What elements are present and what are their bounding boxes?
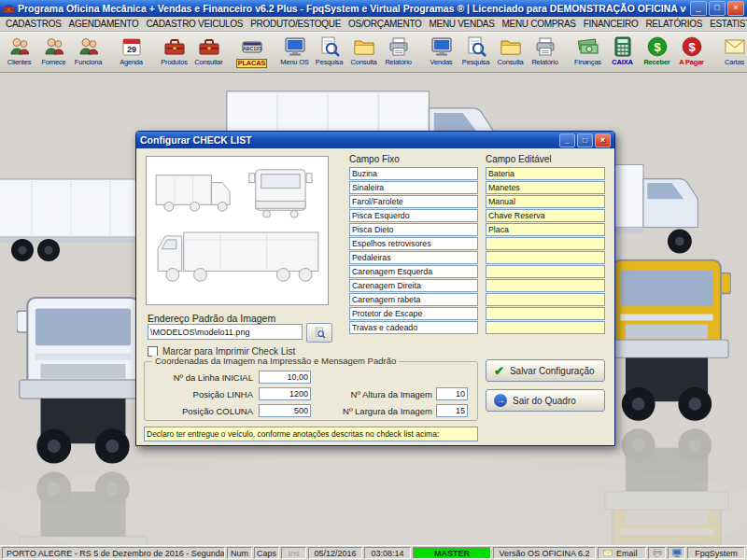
dialog-maximize-button[interactable]: □: [577, 133, 593, 147]
campo-editavel-field-5[interactable]: [486, 237, 605, 250]
toolbar-button-caixa[interactable]: CAIXA: [605, 34, 640, 74]
campo-fixo-field-5[interactable]: [349, 237, 478, 250]
salvar-label: Salvar Configuração: [510, 366, 595, 376]
campo-editavel-field-3[interactable]: [486, 209, 605, 222]
campo-fixo-field-9[interactable]: [349, 293, 478, 306]
campo-editavel-field-2[interactable]: [486, 195, 605, 208]
campo-editavel-list: [486, 167, 605, 334]
checklist-dialog: Configurar CHECK LIST _ □ ×: [135, 131, 615, 446]
toolbar-button-produtos[interactable]: Produtos: [157, 34, 191, 74]
campo-fixo-field-11[interactable]: [349, 321, 478, 334]
campo-editavel-field-0[interactable]: [486, 167, 605, 180]
toolbar-button-cartas[interactable]: Cartas: [717, 34, 747, 74]
campo-fixo-field-1[interactable]: [349, 181, 478, 194]
toolbar-button-placas[interactable]: PLACAS: [234, 34, 269, 74]
campo-fixo-field-2[interactable]: [349, 195, 478, 208]
toolbar-button-funcionarios[interactable]: Funciona: [71, 34, 106, 74]
toolbar-button-a-pagar[interactable]: A Pagar: [674, 34, 709, 74]
campo-editavel-field-6[interactable]: [486, 251, 605, 264]
toolbar-button-consulta-os[interactable]: Consulta: [346, 34, 381, 74]
posicao-linha-input[interactable]: [259, 387, 311, 400]
toolbar-label: Relatório: [385, 59, 411, 66]
status-monitor-button[interactable]: [668, 547, 685, 559]
dialog-close-button[interactable]: ×: [595, 133, 611, 147]
toolbar-label: Pesquisa: [316, 59, 343, 66]
close-button[interactable]: ×: [727, 1, 744, 16]
toolbar-button-menu-os[interactable]: Menu OS: [277, 34, 312, 74]
toolbar-label: Fornece: [41, 59, 65, 66]
truck-diagram: [146, 156, 329, 305]
toolbar-label: Cartas: [725, 59, 744, 66]
campo-editavel-header: Campo Editável: [486, 154, 552, 164]
salvar-configuracao-button[interactable]: ✔ Salvar Configuração: [486, 359, 605, 382]
people-icon: [43, 35, 65, 58]
toolbar-button-vendas[interactable]: Vendas: [424, 34, 458, 74]
posicao-coluna-label: Posição COLUNA: [152, 406, 253, 416]
altura-imagem-label: Nº Altura da Imagem: [318, 389, 432, 399]
campo-editavel-field-1[interactable]: [486, 181, 605, 194]
toolbar-label: Consulta: [350, 59, 376, 66]
menu-item-relatorios[interactable]: RELATÓRIOS: [641, 19, 706, 29]
posicao-linha-label: Posição LINHA: [152, 389, 253, 399]
menu-item-cadastros[interactable]: CADASTROS: [2, 19, 65, 29]
campo-editavel-field-11[interactable]: [486, 321, 605, 334]
campo-fixo-field-10[interactable]: [349, 307, 478, 320]
status-version: Versão OS OFICINA 6.2: [493, 547, 596, 559]
campo-editavel-field-7[interactable]: [486, 265, 605, 278]
campo-editavel-field-9[interactable]: [486, 293, 605, 306]
altura-imagem-input[interactable]: [436, 387, 468, 400]
menu-item-menu-compras[interactable]: MENU COMPRAS: [499, 19, 580, 29]
people-icon: [8, 35, 31, 58]
toolbar-label: Vendas: [430, 59, 453, 66]
linha-inicial-input[interactable]: [259, 371, 311, 384]
toolbar-button-financas[interactable]: Finanças: [571, 34, 605, 74]
menu-item-agendamento[interactable]: AGENDAMENTO: [65, 19, 143, 29]
campo-fixo-field-4[interactable]: [349, 223, 478, 236]
status-time: 03:08:14: [364, 547, 411, 559]
dialog-titlebar[interactable]: Configurar CHECK LIST _ □ ×: [136, 132, 614, 148]
toolbar-button-consulta-vendas[interactable]: Consulta: [493, 34, 528, 74]
dialog-minimize-button[interactable]: _: [559, 133, 575, 147]
campo-fixo-field-3[interactable]: [349, 209, 478, 222]
mensagem-padrao-input[interactable]: [144, 427, 478, 441]
posicao-coluna-input[interactable]: [259, 404, 311, 417]
browse-image-button[interactable]: [306, 323, 332, 343]
minimize-button[interactable]: _: [690, 1, 707, 16]
campo-fixo-field-8[interactable]: [349, 279, 478, 292]
campo-fixo-field-0[interactable]: [349, 167, 478, 180]
menu-item-cadastro-veiculos[interactable]: CADASTRO VEICULOS: [142, 19, 247, 29]
toolbar-button-receber[interactable]: Receber: [640, 34, 674, 74]
menu-item-menu-vendas[interactable]: MENU VENDAS: [426, 19, 499, 29]
campo-fixo-field-7[interactable]: [349, 265, 478, 278]
dialog-body: Campo Fixo Campo Editável Endereço Padrã…: [136, 148, 614, 445]
campo-editavel-field-8[interactable]: [486, 279, 605, 292]
folder-icon: [500, 35, 522, 58]
campo-editavel-field-4[interactable]: [486, 223, 605, 236]
menu-item-produto-estoque[interactable]: PRODUTO/ESTOQUE: [247, 19, 345, 29]
status-printer-button[interactable]: [648, 547, 666, 559]
toolbar-button-clientes[interactable]: Clientes: [2, 34, 36, 74]
toolbar-button-relatorio-os[interactable]: Relatório: [381, 34, 416, 74]
toolbar-button-consultar[interactable]: Consultar: [191, 34, 226, 74]
menu-item-os-orcamento[interactable]: OS/ORÇAMENTO: [345, 19, 425, 29]
status-ins-indicator: Ins: [281, 547, 306, 559]
menu-item-financeiro[interactable]: FINANCEIRO: [580, 19, 642, 29]
status-date: 05/12/2016: [308, 547, 362, 559]
maximize-button[interactable]: □: [709, 1, 726, 16]
monitor-icon: [284, 35, 306, 58]
dollar-green-icon: [646, 35, 669, 58]
campo-fixo-field-6[interactable]: [349, 251, 478, 264]
status-email-button[interactable]: Email: [598, 547, 646, 559]
sair-do-quadro-button[interactable]: → Sair do Quadro: [486, 389, 605, 412]
toolbar-button-fornecedores[interactable]: Fornece: [36, 34, 71, 74]
largura-imagem-input[interactable]: [436, 404, 468, 417]
campo-editavel-field-10[interactable]: [486, 307, 605, 320]
toolbar-label: Agenda: [120, 59, 143, 66]
toolbar-button-pesquisa-vendas[interactable]: Pesquisa: [458, 34, 493, 74]
toolbar-button-agenda[interactable]: Agenda: [114, 34, 148, 74]
toolbar-button-pesquisa-os[interactable]: Pesquisa: [312, 34, 346, 74]
linha-inicial-label: Nº da Linha INICIAL: [152, 372, 253, 383]
endereco-input[interactable]: [148, 324, 303, 340]
toolbar-button-relatorio-vendas[interactable]: Relatório: [528, 34, 562, 74]
menu-item-estatistica[interactable]: ESTATISTICA: [706, 19, 747, 29]
